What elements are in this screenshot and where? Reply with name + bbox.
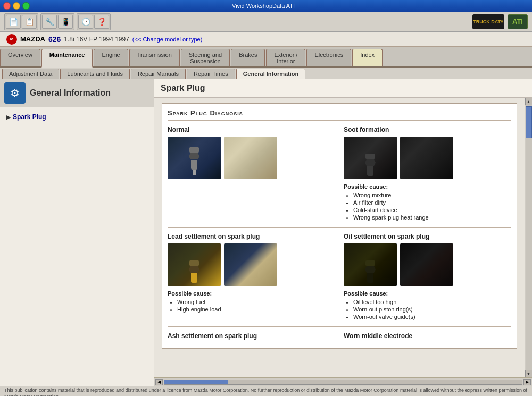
spark-img-lead2 bbox=[224, 243, 277, 286]
tab-index[interactable]: Index bbox=[352, 49, 383, 66]
possible-cause-soot: Possible cause: bbox=[344, 183, 511, 190]
possible-cause-oil: Possible cause: bbox=[344, 290, 511, 297]
subtab-repair-times[interactable]: Repair Times bbox=[187, 69, 235, 79]
panel-tree: ▶ Spark Plug bbox=[0, 107, 154, 386]
subtab-lubricants[interactable]: Lubricants and Fluids bbox=[60, 69, 130, 79]
close-button[interactable] bbox=[3, 2, 11, 10]
cause-item: Worn-out piston ring(s) bbox=[353, 306, 511, 313]
diagnosis-section: Spark Plug Diagnosis Normal bbox=[162, 103, 517, 349]
ati-logo: ATI bbox=[508, 14, 528, 29]
spark-img-normal2 bbox=[224, 137, 277, 179]
diag-grid-row3: Ash settlement on spark plug Worn middle… bbox=[168, 332, 511, 343]
toolbar-btn-help[interactable]: ❓ bbox=[94, 15, 109, 29]
mazda-logo: M bbox=[6, 34, 17, 45]
spark-img-soot1 bbox=[344, 137, 397, 179]
right-wrapper: Spark Plug Spark Plug Diagnosis Normal bbox=[154, 79, 532, 386]
tree-item-spark-plug[interactable]: ▶ Spark Plug bbox=[4, 112, 149, 122]
tab-electronics[interactable]: Electronics bbox=[306, 49, 351, 66]
vehicle-bar: M MAZDA 626 1.8i 16V FP 1994 1997 (<< Ch… bbox=[0, 32, 532, 47]
subtab-general-info[interactable]: General Information bbox=[236, 69, 306, 79]
spark-img-oil1 bbox=[344, 243, 397, 286]
cause-item: Worn-out valve guide(s) bbox=[353, 314, 511, 320]
divider1 bbox=[168, 227, 511, 228]
cell-title-ash: Ash settlement on spark plug bbox=[168, 332, 335, 340]
window-controls bbox=[3, 2, 30, 10]
cause-list-soot: Wrong mixture Air filter dirty Cold-star… bbox=[344, 192, 511, 221]
tab-steering[interactable]: Steering andSuspension bbox=[181, 49, 230, 66]
toolbar-btn-history[interactable]: 🕐 bbox=[78, 15, 93, 29]
h-scroll-thumb[interactable] bbox=[164, 380, 228, 384]
subtab-adjustment[interactable]: Adjustment Data bbox=[2, 69, 59, 79]
vehicle-spec: 1.8i 16V FP 1994 1997 bbox=[64, 36, 129, 43]
toolbar-group-3: 🕐 ❓ bbox=[77, 13, 111, 30]
diag-grid-row2: Lead settlement on spark plug bbox=[168, 233, 511, 321]
tab-maintenance[interactable]: Maintenance bbox=[41, 49, 93, 68]
change-model-link[interactable]: (<< Change model or type) bbox=[132, 36, 202, 43]
tab-engine[interactable]: Engine bbox=[94, 49, 128, 66]
horizontal-scrollbar: ◀ ▶ bbox=[154, 377, 532, 386]
footer-text: This publication contains material that … bbox=[4, 387, 528, 396]
logo-area: TRUCK DATA ATI bbox=[472, 14, 528, 29]
tab-brakes[interactable]: Brakes bbox=[231, 49, 265, 66]
cause-list-oil: Oil level too high Worn-out piston ring(… bbox=[344, 299, 511, 320]
cell-title-lead: Lead settlement on spark plug bbox=[168, 233, 335, 240]
tree-arrow-icon: ▶ bbox=[6, 114, 11, 120]
toolbar-btn-new[interactable]: 📄 bbox=[6, 15, 21, 29]
diag-images-normal bbox=[168, 137, 335, 179]
truck-data-logo: TRUCK DATA bbox=[472, 14, 504, 29]
toolbar-btn-calc[interactable]: 📱 bbox=[58, 15, 73, 29]
vehicle-model: 626 bbox=[48, 35, 61, 44]
panel-title: General Information bbox=[30, 88, 111, 98]
scroll-track bbox=[526, 105, 532, 370]
cause-item: Wrong spark plug heat range bbox=[353, 214, 511, 221]
footer: This publication contains material that … bbox=[0, 386, 532, 396]
vehicle-brand: MAZDA bbox=[20, 35, 45, 43]
scroll-right-button[interactable]: ▶ bbox=[523, 379, 531, 385]
spark-img-oil2 bbox=[400, 243, 453, 286]
toolbar-btn-wrench[interactable]: 🔧 bbox=[42, 15, 57, 29]
content-scroll[interactable]: Spark Plug Diagnosis Normal bbox=[154, 98, 525, 377]
toolbar-group-2: 🔧 📱 bbox=[40, 13, 74, 30]
toolbar-group-1: 📄 📋 bbox=[4, 13, 38, 30]
truck-data-text: TRUCK DATA bbox=[473, 19, 504, 24]
possible-cause-lead: Possible cause: bbox=[168, 290, 335, 297]
diag-cell-worn: Worn middle electrode bbox=[344, 332, 511, 343]
diag-images-oil bbox=[344, 243, 511, 286]
spark-img-normal1 bbox=[168, 137, 221, 179]
tab-transmission[interactable]: Transmission bbox=[129, 49, 180, 66]
diag-cell-lead: Lead settlement on spark plug bbox=[168, 233, 335, 321]
scroll-down-button[interactable]: ▼ bbox=[525, 370, 533, 377]
content-with-scroll: Spark Plug Diagnosis Normal bbox=[154, 98, 532, 377]
toolbar-btn-open[interactable]: 📋 bbox=[22, 15, 37, 29]
diag-cell-oil: Oil settlement on spark plug bbox=[344, 233, 511, 321]
cause-item: Wrong mixture bbox=[353, 192, 511, 198]
panel-icon: ⚙ bbox=[4, 82, 26, 104]
scroll-up-button[interactable]: ▲ bbox=[525, 98, 533, 105]
diag-cell-ash: Ash settlement on spark plug bbox=[168, 332, 335, 343]
scroll-thumb[interactable] bbox=[526, 106, 532, 138]
diag-images-lead bbox=[168, 243, 335, 286]
cause-item: Cold-start device bbox=[353, 207, 511, 213]
left-panel: ⚙ General Information ▶ Spark Plug bbox=[0, 79, 154, 386]
spark-img-soot2 bbox=[400, 137, 453, 179]
tree-item-label: Spark Plug bbox=[13, 113, 46, 121]
toolbar: 📄 📋 🔧 📱 🕐 ❓ TRUCK DATA ATI bbox=[0, 12, 532, 32]
subtab-repair-manuals[interactable]: Repair Manuals bbox=[131, 69, 186, 79]
h-scroll-track[interactable] bbox=[164, 380, 522, 385]
panel-header: ⚙ General Information bbox=[0, 79, 154, 107]
cell-title-worn: Worn middle electrode bbox=[344, 332, 511, 340]
tab-overview[interactable]: Overview bbox=[0, 49, 40, 66]
diag-grid-row1: Normal bbox=[168, 126, 511, 222]
cause-list-lead: Wrong fuel High engine load bbox=[168, 299, 335, 313]
sub-tabs: Adjustment Data Lubricants and Fluids Re… bbox=[0, 68, 532, 79]
cause-item: Oil level too high bbox=[353, 299, 511, 305]
cell-title-normal: Normal bbox=[168, 126, 335, 133]
window-title: Vivid WorkshopData ATI bbox=[30, 3, 497, 9]
minimize-button[interactable] bbox=[13, 2, 20, 10]
cause-item: Wrong fuel bbox=[177, 299, 335, 305]
tab-exterior[interactable]: Exterior /Interior bbox=[266, 49, 305, 66]
maximize-button[interactable] bbox=[22, 2, 30, 10]
scroll-left-button[interactable]: ◀ bbox=[155, 379, 163, 385]
spark-img-lead1 bbox=[168, 243, 221, 286]
divider2 bbox=[168, 326, 511, 327]
